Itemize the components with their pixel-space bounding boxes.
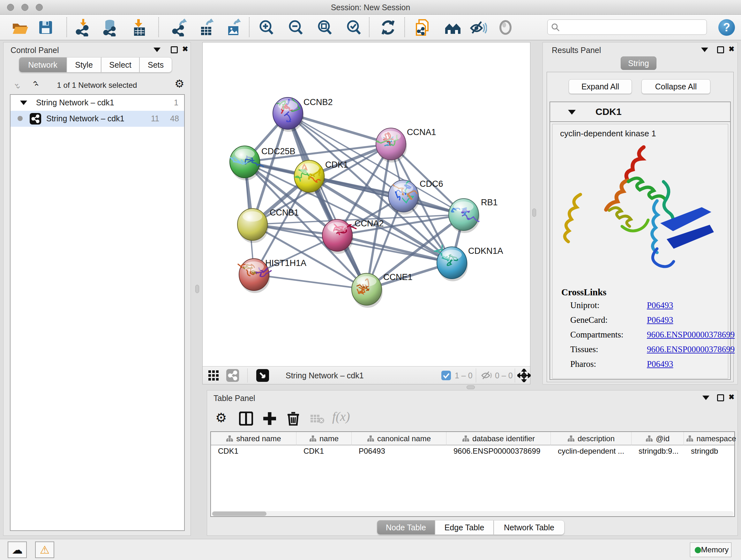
string-view-icon[interactable] xyxy=(226,369,239,382)
import-table-file-icon[interactable] xyxy=(130,18,148,37)
crosslink-value[interactable]: P06493 xyxy=(647,315,673,325)
column-header-canonical-name[interactable]: canonical name xyxy=(352,432,447,445)
column-type-icon xyxy=(567,435,575,442)
network-edge-count: 48 xyxy=(170,114,179,123)
close-panel-icon[interactable]: ✖ xyxy=(729,45,734,53)
tab-style[interactable]: Style xyxy=(67,57,101,72)
table-cell[interactable]: stringdb xyxy=(684,447,739,459)
zoom-in-icon[interactable] xyxy=(257,18,275,37)
collapse-panel-icon[interactable] xyxy=(702,395,710,400)
show-all-windows-icon[interactable] xyxy=(444,18,462,37)
open-session-icon[interactable] xyxy=(11,18,29,37)
node-cdc6[interactable]: CDC6 xyxy=(388,179,443,214)
collapse-all-button[interactable]: Collapse All xyxy=(642,79,711,94)
tab-node-table[interactable]: Node Table xyxy=(377,520,435,535)
close-panel-icon[interactable]: ✖ xyxy=(182,45,188,53)
save-session-icon[interactable] xyxy=(37,18,55,37)
node-cdk1[interactable]: CDK1 xyxy=(294,160,348,195)
column-header-shared-name[interactable]: shared name xyxy=(211,432,296,445)
horizontal-scrollbar[interactable] xyxy=(212,511,734,516)
tab-sets[interactable]: Sets xyxy=(139,57,172,72)
table-cell[interactable]: CDK1 xyxy=(211,447,296,459)
table-cell[interactable]: P06493 xyxy=(352,447,447,459)
zoom-selected-icon[interactable] xyxy=(345,18,362,37)
main-toolbar: ? xyxy=(0,15,741,40)
pan-crosshair-icon[interactable] xyxy=(517,369,531,383)
crosslink-value[interactable]: 9606.ENSP00000378699 xyxy=(647,330,735,340)
tab-network-table[interactable]: Network Table xyxy=(494,520,564,535)
node-hist1h1a[interactable]: HIST1H1A xyxy=(238,258,307,293)
delete-column-trash-icon[interactable] xyxy=(286,411,300,427)
selected-checkbox-icon[interactable] xyxy=(441,371,451,380)
collapse-panel-icon[interactable] xyxy=(153,48,160,52)
table-cell[interactable]: 9606.ENSP00000378699 xyxy=(447,447,551,459)
node-cdkn1a[interactable]: CDKN1A xyxy=(434,245,503,281)
zoom-out-icon[interactable] xyxy=(286,18,305,37)
tab-string[interactable]: String xyxy=(621,57,657,70)
column-header-namespace[interactable]: namespace xyxy=(684,432,739,445)
gene-section-header[interactable]: CDK1 xyxy=(550,102,730,122)
left-splitter-handle[interactable] xyxy=(195,285,199,293)
column-header-description[interactable]: description xyxy=(551,432,631,445)
bottom-splitter-handle[interactable] xyxy=(467,385,475,389)
section-expand-icon[interactable] xyxy=(568,110,576,115)
network-collection-label: String Network – cdk1 xyxy=(36,98,114,107)
collection-expand-icon[interactable] xyxy=(20,101,27,105)
table-cell[interactable]: CDK1 xyxy=(296,447,352,459)
network-collection-row[interactable]: String Network – cdk1 1 xyxy=(10,95,184,111)
column-header--id[interactable]: @id xyxy=(631,432,684,445)
crosslink-value[interactable]: P06493 xyxy=(647,359,673,369)
network-row[interactable]: String Network – cdk1 11 48 xyxy=(10,111,184,127)
right-splitter-handle[interactable] xyxy=(532,208,536,217)
network-selection-summary: 1 of 1 Network selected xyxy=(3,81,191,90)
column-header-database-identifier[interactable]: database identifier xyxy=(447,432,551,445)
toolbar-separator xyxy=(404,17,405,37)
float-panel-icon[interactable] xyxy=(717,394,724,401)
float-panel-icon[interactable] xyxy=(717,46,724,53)
show-columns-icon[interactable] xyxy=(239,412,253,427)
clone-network-icon[interactable] xyxy=(413,18,431,37)
tab-select[interactable]: Select xyxy=(101,57,139,72)
node-label-hist1h1a: HIST1H1A xyxy=(265,258,307,268)
export-image-icon[interactable] xyxy=(224,18,242,37)
tab-network[interactable]: Network xyxy=(19,57,67,72)
help-icon[interactable]: ? xyxy=(718,19,735,36)
hide-selected-icon[interactable] xyxy=(469,18,487,37)
node-ccna1[interactable]: CCNA1 xyxy=(376,127,436,163)
birdseye-toggle-icon[interactable] xyxy=(496,18,515,37)
edge-hist1h1a-ccne1[interactable] xyxy=(254,274,367,289)
grid-view-icon[interactable] xyxy=(208,370,219,382)
refresh-icon[interactable] xyxy=(379,18,397,37)
import-network-database-icon[interactable] xyxy=(101,18,119,37)
crosslink-value[interactable]: P06493 xyxy=(647,300,673,310)
import-network-file-icon[interactable] xyxy=(74,18,92,37)
search-input[interactable] xyxy=(547,19,707,35)
node-label-cdc6: CDC6 xyxy=(420,179,443,189)
column-header-name[interactable]: name xyxy=(296,432,352,445)
memory-button[interactable]: Memory xyxy=(690,543,731,557)
collapse-panel-icon[interactable] xyxy=(701,48,708,52)
float-panel-icon[interactable] xyxy=(171,46,178,53)
cloud-status-icon[interactable]: ☁ xyxy=(8,542,27,558)
close-panel-icon[interactable]: ✖ xyxy=(729,393,734,401)
zoom-fit-icon[interactable] xyxy=(316,18,333,37)
network-node-count: 11 xyxy=(151,114,159,123)
crosslink-row: Uniprot:P06493 xyxy=(552,300,728,315)
add-column-icon[interactable] xyxy=(263,412,277,427)
node-rb1[interactable]: RB1 xyxy=(449,198,498,233)
table-cell[interactable]: stringdb:9... xyxy=(631,447,684,459)
node-table[interactable]: shared namenamecanonical namedatabase id… xyxy=(210,431,735,517)
crosslink-value[interactable]: 9606.ENSP00000378699 xyxy=(647,345,735,354)
control-panel: Control Panel ✖ Network Style Select Set… xyxy=(3,42,191,536)
birdseye-view-icon[interactable] xyxy=(256,369,269,382)
table-options-gear-icon[interactable]: ⚙ xyxy=(215,410,227,425)
export-table-icon[interactable] xyxy=(197,18,215,37)
expand-all-button[interactable]: Expand All xyxy=(569,79,632,94)
scrollbar-thumb[interactable] xyxy=(212,511,266,516)
warnings-icon[interactable]: ⚠ xyxy=(35,542,54,558)
export-network-icon[interactable] xyxy=(171,18,188,37)
network-canvas[interactable]: CCNB2CCNA1CDC25BCDK1CDC6RB1CCNB1CCNA2CDK… xyxy=(203,43,530,366)
network-options-gear-icon[interactable]: ⚙ xyxy=(175,78,184,89)
tab-edge-table[interactable]: Edge Table xyxy=(435,520,494,535)
table-cell[interactable]: cyclin-dependent ... xyxy=(551,447,631,459)
